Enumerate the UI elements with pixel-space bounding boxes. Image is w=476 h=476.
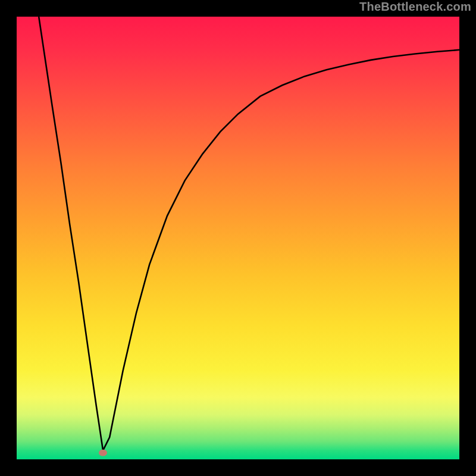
chart-frame: TheBottleneck.com xyxy=(0,0,476,476)
minimum-marker-icon xyxy=(99,449,107,456)
bottleneck-curve xyxy=(17,17,459,459)
watermark-text: TheBottleneck.com xyxy=(359,0,471,14)
plot-area xyxy=(17,17,459,459)
curve-path xyxy=(39,17,459,450)
